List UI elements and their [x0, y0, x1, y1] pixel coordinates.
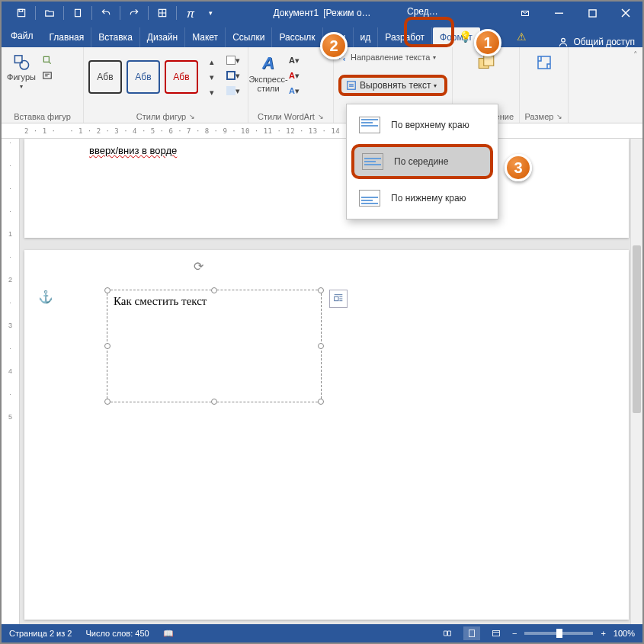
align-middle-item[interactable]: По середине — [351, 144, 493, 179]
svg-point-9 — [20, 61, 29, 70]
resize-handle[interactable] — [318, 287, 324, 293]
text-outline-button[interactable]: A▾ — [287, 69, 302, 82]
page-indicator[interactable]: Страница 2 из 2 — [9, 629, 72, 638]
shapes-label: Фигуры — [7, 72, 36, 82]
svg-rect-17 — [469, 630, 474, 637]
shape-fill-button[interactable]: ▾ — [226, 53, 241, 67]
maximize-button[interactable] — [575, 2, 609, 24]
new-button[interactable] — [64, 2, 91, 24]
resize-handle[interactable] — [104, 399, 111, 405]
tab-file[interactable]: Файл — [2, 24, 43, 47]
minimize-button[interactable] — [542, 2, 575, 24]
text-direction-button[interactable]: Направление текста▾ — [337, 52, 436, 62]
status-bar: Страница 2 из 2 Число слов: 450 📖 − + 10… — [2, 624, 642, 642]
tab-home[interactable]: Главная — [43, 27, 92, 47]
edit-shape-button[interactable] — [40, 53, 55, 67]
svg-rect-15 — [538, 56, 550, 69]
resize-handle[interactable] — [318, 399, 324, 405]
resize-handle[interactable] — [104, 287, 111, 293]
selected-textbox[interactable]: Как сместить текст — [107, 290, 322, 402]
page1-text: вверх/вниз в ворде — [89, 145, 177, 157]
svg-rect-10 — [43, 56, 49, 62]
resize-handle[interactable] — [318, 343, 324, 349]
svg-rect-2 — [75, 9, 81, 16]
align-text-label: Выровнять текст — [360, 80, 431, 91]
read-mode-button[interactable] — [439, 626, 456, 640]
callout-badge-1: 1 — [474, 29, 501, 56]
styles-scroll-down[interactable]: ▾ — [204, 70, 219, 84]
page-1-bottom[interactable]: вверх/вниз в ворде — [24, 139, 629, 238]
resize-handle[interactable] — [211, 287, 217, 293]
ribbon-options-button[interactable] — [508, 2, 542, 24]
doc-mode: [Режим о… — [323, 8, 370, 18]
text-fill-button[interactable]: A▾ — [287, 53, 302, 67]
group-shape-styles: Абв Абв Абв ▴ ▾ ▾ ▾ ▾ ▾ Стили фигур↘ — [84, 47, 248, 123]
tab-design[interactable]: Дизайн — [140, 27, 185, 47]
zoom-slider[interactable] — [524, 632, 593, 635]
warning-icon[interactable]: ⚠ — [517, 30, 527, 43]
text-box-button[interactable] — [40, 69, 55, 82]
document-area: ····1·2·3·4·5 вверх/вниз в ворде ⚓ ⟳ Как… — [2, 139, 642, 624]
callout-badge-3: 3 — [505, 154, 532, 181]
svg-rect-6 — [588, 9, 595, 16]
text-effects-button[interactable]: A▾ — [287, 84, 302, 98]
word-count[interactable]: Число слов: 450 — [85, 629, 149, 638]
window-title: Документ1 [Режим о… — [273, 8, 370, 18]
align-text-button[interactable]: Выровнять текст ▾ — [338, 75, 447, 96]
title-bar: π ▾ Документ1 [Режим о… Сред… — [2, 2, 642, 24]
tab-layout[interactable]: Макет — [185, 27, 226, 47]
qat-more-button[interactable]: ▾ — [204, 2, 216, 24]
quick-styles-button[interactable]: A Экспресс- стили — [253, 50, 284, 90]
table-button[interactable] — [149, 2, 176, 24]
print-layout-button[interactable] — [463, 626, 480, 640]
close-button[interactable] — [609, 2, 642, 24]
zoom-level[interactable]: 100% — [614, 629, 635, 638]
open-button[interactable] — [36, 2, 63, 24]
group-size: Размер↘ — [520, 47, 569, 123]
web-layout-button[interactable] — [488, 626, 505, 640]
equation-button[interactable]: π — [177, 2, 204, 24]
save-button[interactable] — [8, 2, 35, 24]
align-bottom-item[interactable]: По нижнему краю — [350, 182, 495, 214]
share-button[interactable]: Общий доступ — [558, 37, 635, 47]
redo-button[interactable] — [120, 2, 148, 24]
tab-references[interactable]: Ссылки — [226, 27, 272, 47]
layout-options-button[interactable] — [329, 290, 348, 308]
language-indicator[interactable]: 📖 — [163, 629, 174, 639]
group-insert-shapes: Фигуры ▾ Вставка фигур — [2, 47, 84, 123]
ruler-vertical[interactable]: ····1·2·3·4·5 — [2, 139, 20, 624]
shape-effects-button[interactable]: ▾ — [226, 84, 241, 98]
scrollbar-thumb[interactable] — [633, 245, 641, 413]
anchor-icon: ⚓ — [38, 290, 53, 304]
tab-view[interactable]: ид — [354, 27, 379, 47]
tell-me-icon[interactable]: 💡 — [459, 30, 472, 43]
style-preset-1[interactable]: Абв — [88, 60, 122, 94]
ruler-horizontal[interactable]: 2 · 1 · · 1 · 2 · 3 · 4 · 5 · 6 · 7 · 8 … — [2, 123, 642, 139]
align-top-item[interactable]: По верхнему краю — [350, 109, 495, 141]
shapes-button[interactable]: Фигуры ▾ — [6, 50, 37, 90]
textbox-content[interactable]: Как сместить текст — [107, 290, 321, 312]
zoom-in-button[interactable]: + — [601, 629, 605, 638]
svg-rect-1 — [19, 9, 23, 11]
zoom-out-button[interactable]: − — [512, 629, 517, 638]
tab-insert[interactable]: Вставка — [91, 27, 140, 47]
shape-outline-button[interactable]: ▾ — [226, 69, 241, 82]
style-preset-3[interactable]: Абв — [165, 60, 198, 94]
align-middle-icon — [362, 153, 383, 170]
styles-scroll-up[interactable]: ▴ — [204, 55, 219, 69]
style-preset-2[interactable]: Абв — [127, 60, 160, 94]
tab-mailings[interactable]: Рассылк — [272, 27, 322, 47]
share-label: Общий доступ — [573, 37, 635, 47]
undo-button[interactable] — [92, 2, 120, 24]
scrollbar-vertical[interactable] — [630, 139, 642, 624]
rotate-handle-icon[interactable]: ⟳ — [194, 259, 203, 274]
group-wordart: A Экспресс- стили A▾ A▾ A▾ Стили WordArt… — [248, 47, 334, 123]
resize-handle[interactable] — [104, 343, 111, 349]
callout-badge-2: 2 — [320, 32, 348, 59]
collapse-ribbon-button[interactable]: ˄ — [633, 50, 638, 60]
ruler-ticks: 2 · 1 · · 1 · 2 · 3 · 4 · 5 · 6 · 7 · 8 … — [24, 127, 394, 135]
size-button[interactable] — [529, 50, 559, 90]
page-2[interactable]: ⚓ ⟳ Как сместить текст — [24, 250, 629, 620]
styles-more[interactable]: ▾ — [204, 85, 219, 99]
resize-handle[interactable] — [211, 399, 217, 405]
